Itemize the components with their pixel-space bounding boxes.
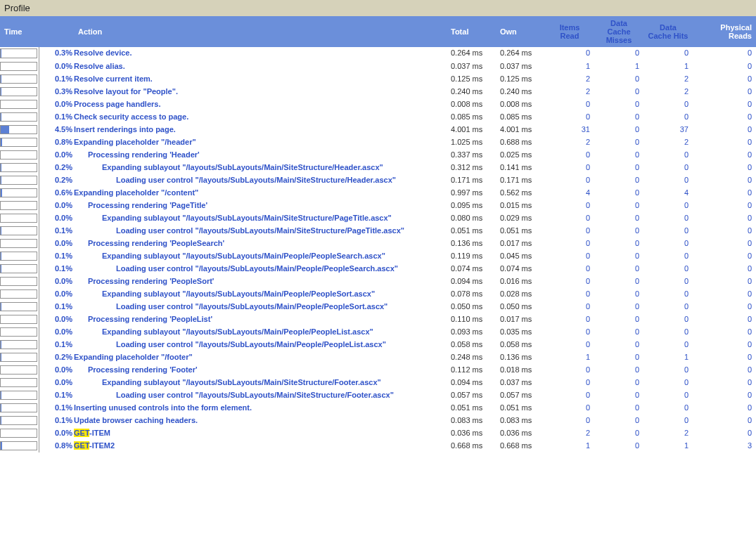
cache-misses-value: 0 <box>594 161 643 174</box>
cache-misses-value: 1 <box>594 60 643 72</box>
action-label: Loading user control "/layouts/SubLayout… <box>74 300 447 313</box>
col-physical-reads[interactable]: Physical Reads <box>693 16 756 47</box>
table-row[interactable]: 0.0%Processing rendering 'PeopleList'0.1… <box>0 313 756 325</box>
time-bar-cell <box>0 47 39 60</box>
table-row[interactable]: 0.1%Resolve current item.0.125 ms0.125 m… <box>0 72 756 85</box>
table-row[interactable]: 0.2%Expanding placeholder "/footer"0.248… <box>0 351 756 363</box>
col-total[interactable]: Total <box>447 16 496 47</box>
physical-reads-value: 0 <box>693 389 756 401</box>
items-read-value: 0 <box>545 199 594 211</box>
cache-hits-value: 0 <box>643 110 693 123</box>
table-row[interactable]: 0.0%GET-ITEM0.036 ms0.036 ms2020 <box>0 426 756 439</box>
table-row[interactable]: 0.0%Resolve alias.0.037 ms0.037 ms1110 <box>0 60 756 72</box>
pct-value: 0.3% <box>39 85 74 98</box>
cache-misses-value: 0 <box>594 224 643 237</box>
table-row[interactable]: 0.0%Processing rendering 'PageTitle'0.09… <box>0 199 756 211</box>
pct-value: 0.0% <box>39 363 74 376</box>
total-value: 0.037 ms <box>447 60 496 72</box>
action-label: Processing rendering 'PeopleSearch' <box>74 237 447 249</box>
table-row[interactable]: 0.1%Inserting unused controls into the f… <box>0 401 756 414</box>
table-row[interactable]: 0.6%Expanding placeholder "/content"0.99… <box>0 186 756 199</box>
table-row[interactable]: 0.3%Resolve layout for "People".0.240 ms… <box>0 85 756 98</box>
pct-value: 0.0% <box>39 237 74 249</box>
pct-value: 4.5% <box>39 123 74 136</box>
own-value: 0.057 ms <box>496 389 545 401</box>
table-row[interactable]: 0.0%Processing rendering 'PeopleSearch'0… <box>0 237 756 249</box>
table-row[interactable]: 0.0%Process page handlers.0.008 ms0.008 … <box>0 98 756 110</box>
pct-value: 0.1% <box>39 224 74 237</box>
own-value: 0.029 ms <box>496 211 545 224</box>
table-row[interactable]: 0.1%Loading user control "/layouts/SubLa… <box>0 300 756 313</box>
physical-reads-value: 0 <box>693 199 756 211</box>
total-value: 0.125 ms <box>447 72 496 85</box>
total-value: 4.001 ms <box>447 123 496 136</box>
pct-value: 0.2% <box>39 351 74 363</box>
time-bar-cell <box>0 85 39 98</box>
total-value: 0.337 ms <box>447 148 496 161</box>
table-row[interactable]: 0.3%Resolve device.0.264 ms0.264 ms0000 <box>0 47 756 60</box>
physical-reads-value: 0 <box>693 237 756 249</box>
pct-value: 0.6% <box>39 186 74 199</box>
total-value: 0.094 ms <box>447 275 496 287</box>
time-bar-cell <box>0 199 39 211</box>
own-value: 0.136 ms <box>496 351 545 363</box>
items-read-value: 0 <box>545 401 594 414</box>
pct-value: 0.2% <box>39 161 74 174</box>
cache-misses-value: 0 <box>594 414 643 426</box>
table-row[interactable]: 0.0%Expanding sublayout "/layouts/SubLay… <box>0 376 756 389</box>
table-row[interactable]: 0.1%Check security access to page.0.085 … <box>0 110 756 123</box>
cache-hits-value: 2 <box>643 136 693 148</box>
table-row[interactable]: 0.0%Expanding sublayout "/layouts/SubLay… <box>0 287 756 300</box>
own-value: 0.015 ms <box>496 199 545 211</box>
action-label: Processing rendering 'Header' <box>74 148 447 161</box>
table-row[interactable]: 0.0%Processing rendering 'Footer'0.112 m… <box>0 363 756 376</box>
total-value: 0.110 ms <box>447 313 496 325</box>
cache-misses-value: 0 <box>594 439 643 452</box>
own-value: 0.045 ms <box>496 249 545 262</box>
table-row[interactable]: 0.8%Expanding placeholder "/header"1.025… <box>0 136 756 148</box>
col-cache-hits[interactable]: Data Cache Hits <box>643 16 693 47</box>
table-row[interactable]: 0.2%Loading user control "/layouts/SubLa… <box>0 174 756 186</box>
table-row[interactable]: 0.1%Expanding sublayout "/layouts/SubLay… <box>0 249 756 262</box>
physical-reads-value: 0 <box>693 426 756 439</box>
table-row[interactable]: 0.0%Expanding sublayout "/layouts/SubLay… <box>0 211 756 224</box>
total-value: 0.240 ms <box>447 85 496 98</box>
table-row[interactable]: 0.2%Expanding sublayout "/layouts/SubLay… <box>0 161 756 174</box>
cache-hits-value: 0 <box>643 401 693 414</box>
col-cache-misses[interactable]: Data Cache Misses <box>594 16 643 47</box>
table-row[interactable]: 0.1%Loading user control "/layouts/SubLa… <box>0 338 756 351</box>
col-own[interactable]: Own <box>496 16 545 47</box>
table-row[interactable]: 0.0%Expanding sublayout "/layouts/SubLay… <box>0 325 756 338</box>
col-time[interactable]: Time <box>0 16 39 47</box>
time-bar-cell <box>0 110 39 123</box>
physical-reads-value: 0 <box>693 275 756 287</box>
table-row[interactable]: 0.1%Loading user control "/layouts/SubLa… <box>0 389 756 401</box>
own-value: 0.085 ms <box>496 110 545 123</box>
table-row[interactable]: 0.1%Loading user control "/layouts/SubLa… <box>0 224 756 237</box>
physical-reads-value: 3 <box>693 439 756 452</box>
table-row[interactable]: 0.8%GET-ITEM20.668 ms0.668 ms1013 <box>0 439 756 452</box>
cache-misses-value: 0 <box>594 174 643 186</box>
total-value: 0.095 ms <box>447 199 496 211</box>
table-row[interactable]: 0.1%Update browser caching headers.0.083… <box>0 414 756 426</box>
total-value: 0.051 ms <box>447 224 496 237</box>
total-value: 0.264 ms <box>447 47 496 60</box>
action-label: Loading user control "/layouts/SubLayout… <box>74 262 447 275</box>
own-value: 0.016 ms <box>496 275 545 287</box>
own-value: 0.058 ms <box>496 338 545 351</box>
time-bar-cell <box>0 300 39 313</box>
cache-misses-value: 0 <box>594 199 643 211</box>
col-action[interactable]: Action <box>74 16 447 47</box>
pct-value: 0.8% <box>39 136 74 148</box>
col-items-read[interactable]: Items Read <box>545 16 594 47</box>
table-row[interactable]: 0.0%Processing rendering 'PeopleSort'0.0… <box>0 275 756 287</box>
table-row[interactable]: 0.1%Loading user control "/layouts/SubLa… <box>0 262 756 275</box>
cache-hits-value: 0 <box>643 262 693 275</box>
time-bar-cell <box>0 249 39 262</box>
own-value: 0.025 ms <box>496 148 545 161</box>
time-bar-cell <box>0 123 39 136</box>
pct-value: 0.1% <box>39 389 74 401</box>
table-row[interactable]: 4.5%Insert renderings into page.4.001 ms… <box>0 123 756 136</box>
table-row[interactable]: 0.0%Processing rendering 'Header'0.337 m… <box>0 148 756 161</box>
items-read-value: 0 <box>545 389 594 401</box>
